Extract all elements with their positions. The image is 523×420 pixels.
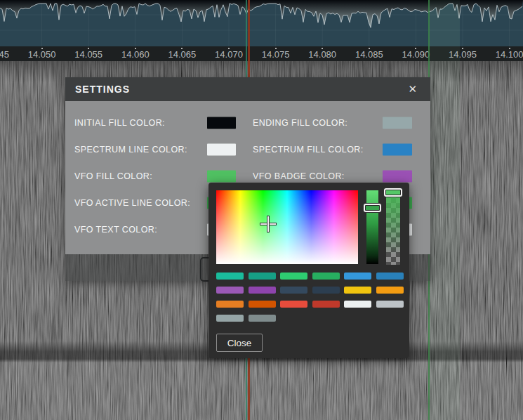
- scale-tick-label: 14.045: [0, 49, 9, 60]
- alpha-slider-handle[interactable]: [384, 188, 402, 197]
- vfo-badge-color-swatch[interactable]: [383, 171, 412, 183]
- scale-tick-label: 14.070: [215, 49, 243, 60]
- palette-swatch[interactable]: [376, 287, 404, 294]
- palette-swatch[interactable]: [249, 287, 276, 294]
- palette-swatch[interactable]: [249, 273, 276, 280]
- vfo-passband-region[interactable]: [429, 0, 460, 420]
- palette-swatch[interactable]: [376, 273, 404, 280]
- value-slider[interactable]: [366, 190, 378, 264]
- scale-tick-label: 14.075: [262, 49, 290, 60]
- spectrum-fill-color-swatch[interactable]: [383, 144, 412, 156]
- initial-fill-color-label: INITIAL FILL COLOR:: [74, 118, 165, 128]
- scale-tick-label: 14.085: [355, 49, 383, 60]
- palette-swatch[interactable]: [249, 315, 276, 322]
- color-crosshair-icon[interactable]: [260, 216, 277, 232]
- vfo-fill-color-label: VFO FILL COLOR:: [74, 171, 152, 181]
- palette-swatch[interactable]: [280, 287, 307, 294]
- close-icon[interactable]: ✕: [405, 81, 421, 97]
- settings-row: INITIAL FILL COLOR: ENDING FILL COLOR:: [65, 110, 430, 136]
- vfo-active-line-color-label: VFO ACTIVE LINE COLOR:: [74, 198, 190, 208]
- value-slider-handle[interactable]: [364, 204, 381, 212]
- scale-tick-label: 14.060: [121, 49, 150, 60]
- palette-swatch[interactable]: [216, 287, 244, 294]
- alpha-slider[interactable]: [386, 193, 400, 265]
- scale-tick-label: 14.090: [402, 49, 430, 60]
- picker-palette: [216, 273, 406, 322]
- saturation-value-area[interactable]: [216, 190, 358, 264]
- palette-swatch[interactable]: [216, 315, 244, 322]
- vfo-text-color-label: VFO TEXT COLOR:: [74, 225, 157, 235]
- color-picker-popup: Close: [208, 183, 409, 358]
- palette-swatch[interactable]: [344, 301, 371, 308]
- vfo-badge-color-label: VFO BADGE COLOR:: [253, 171, 345, 181]
- palette-swatch[interactable]: [312, 287, 340, 294]
- scale-tick-label: 14.100: [496, 49, 523, 60]
- ending-fill-color-swatch[interactable]: [383, 117, 412, 129]
- ending-fill-color-label: ENDING FILL COLOR:: [253, 118, 347, 128]
- palette-swatch[interactable]: [280, 301, 307, 308]
- scale-tick-label: 14.080: [308, 49, 336, 60]
- scale-tick-label: 14.065: [168, 49, 197, 60]
- palette-swatch[interactable]: [312, 273, 340, 280]
- initial-fill-color-swatch[interactable]: [207, 117, 236, 129]
- settings-dialog-title: SETTINGS: [75, 84, 130, 95]
- palette-swatch[interactable]: [344, 287, 371, 294]
- picker-close-button[interactable]: Close: [216, 334, 263, 352]
- palette-swatch[interactable]: [216, 273, 244, 280]
- vfo-fill-color-swatch[interactable]: [207, 171, 236, 183]
- settings-row: SPECTRUM LINE COLOR: SPECTRUM FILL COLOR…: [65, 136, 430, 163]
- scale-tick-label: 14.055: [74, 49, 102, 60]
- palette-swatch[interactable]: [376, 301, 404, 308]
- spectrum-line-color-swatch[interactable]: [207, 144, 236, 156]
- palette-swatch[interactable]: [216, 301, 244, 308]
- palette-swatch[interactable]: [344, 273, 371, 280]
- palette-swatch[interactable]: [312, 301, 340, 308]
- spectrum-fill-color-label: SPECTRUM FILL COLOR:: [253, 145, 364, 155]
- spectrum-line-color-label: SPECTRUM LINE COLOR:: [74, 145, 187, 155]
- palette-swatch[interactable]: [249, 301, 276, 308]
- palette-swatch[interactable]: [280, 273, 307, 280]
- scale-tick-label: 14.050: [28, 49, 56, 60]
- settings-dialog-titlebar: SETTINGS ✕: [65, 77, 430, 101]
